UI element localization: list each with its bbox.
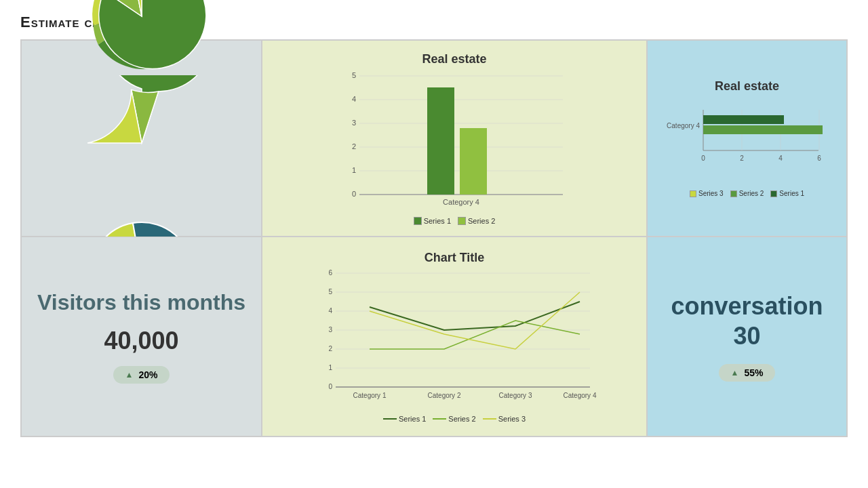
conversation-arrow-icon: ▲	[731, 368, 739, 378]
conversation-badge: ▲ 55%	[719, 364, 776, 382]
svg-text:Category 1: Category 1	[353, 392, 387, 399]
visitors-badge-value: 20%	[138, 369, 157, 380]
visitors-count: 40,000	[104, 327, 178, 355]
bar-legend-s1: Series 1	[414, 217, 451, 225]
hbar-lc-3	[690, 190, 696, 197]
hbar-lc-1	[770, 190, 777, 197]
visitors-badge: ▲ 20%	[113, 366, 170, 384]
visitors-title: Visitors this months	[37, 289, 245, 315]
line-lc-2	[433, 418, 446, 420]
line-legend-s1: Series 1	[383, 415, 426, 423]
line-series2	[370, 321, 580, 349]
real-estate-hbar-title: Real estate	[715, 79, 779, 94]
svg-text:5: 5	[328, 288, 332, 296]
conversation-badge-value: 55%	[744, 367, 763, 378]
line-lc-1	[383, 418, 397, 420]
hbar-lc-2	[730, 190, 737, 197]
hbar-ll-2: Series 2	[739, 190, 764, 197]
line-ll-2: Series 2	[448, 415, 475, 423]
bar-legend: Series 1 Series 2	[414, 217, 496, 225]
svg-text:4: 4	[328, 307, 332, 314]
bar-legend-label-2: Series 2	[468, 217, 495, 225]
hbar-legend-s3: Series 3	[690, 190, 724, 197]
sales-pie-final	[74, 75, 210, 207]
line-lc-3	[483, 418, 496, 420]
line-ll-1: Series 1	[399, 415, 426, 423]
svg-text:3: 3	[328, 326, 332, 333]
bar-chart: 5 4 3 2 1 0 Category 4	[332, 69, 576, 211]
line-chart: 6 5 4 3 2 1 0 Category 1 Category 2 Cate…	[305, 268, 604, 413]
hbar-chart: 0 2 4 6 Category 4	[663, 96, 832, 184]
conversation-title: conversation 30	[654, 291, 840, 350]
real-estate-bar-title: Real estate	[422, 52, 486, 66]
svg-text:0: 0	[701, 155, 705, 162]
bar-series2	[460, 128, 487, 195]
line-legend-s2: Series 2	[433, 415, 475, 423]
svg-text:Category 3: Category 3	[499, 392, 532, 399]
sales-pie	[74, 0, 210, 75]
y-label-4: 4	[352, 95, 356, 103]
hbar-legend: Series 3 Series 2 Series 1	[690, 190, 804, 197]
bar-legend-label-1: Series 1	[424, 217, 451, 225]
hbar-ll-3: Series 3	[698, 190, 724, 197]
visitors-cell: Visitors this months 40,000 ▲ 20%	[21, 237, 262, 436]
svg-text:2: 2	[740, 155, 744, 162]
y-label-0: 0	[352, 190, 356, 198]
bar-legend-s2: Series 2	[458, 217, 495, 225]
bar-legend-color-1	[414, 217, 422, 225]
bar-legend-color-2	[458, 217, 466, 225]
bar-series1	[427, 87, 454, 195]
line-chart-title: Chart Title	[425, 251, 485, 265]
svg-text:2: 2	[328, 345, 332, 352]
y-label-3: 3	[352, 119, 356, 127]
line-chart-cell: Chart Title 6 5 4 3 2 1 0 Category 1	[262, 237, 647, 436]
svg-text:Category 4: Category 4	[667, 122, 700, 129]
line-ll-3: Series 3	[498, 415, 526, 423]
visitors-arrow-icon: ▲	[125, 370, 134, 380]
sales-cell: Sales	[21, 40, 262, 237]
line-series1	[370, 302, 580, 330]
svg-text:0: 0	[328, 383, 332, 390]
line-legend: Series 1 Series 2 Series 3	[383, 415, 526, 423]
y-label-2: 2	[352, 142, 356, 150]
hbar-legend-s2: Series 2	[730, 190, 764, 197]
y-label-1: 1	[352, 166, 356, 174]
line-series3	[370, 292, 580, 349]
real-estate-hbar-cell: Real estate 0 2 4 6 Category 4	[647, 40, 847, 237]
hbar-series1	[703, 115, 784, 124]
svg-text:6: 6	[817, 155, 821, 162]
svg-text:Category 2: Category 2	[428, 392, 461, 399]
dashboard-grid: Sales	[20, 39, 848, 437]
conversation-cell: conversation 30 ▲ 55%	[647, 237, 847, 436]
svg-text:1: 1	[328, 364, 332, 371]
svg-text:6: 6	[328, 269, 332, 277]
real-estate-bar-cell: Real estate 5 4 3 2 1 0	[262, 40, 647, 237]
hbar-series2	[703, 125, 823, 134]
svg-text:4: 4	[778, 155, 783, 162]
y-label-5: 5	[352, 71, 356, 79]
hbar-ll-1: Series 1	[779, 190, 804, 197]
hbar-legend-s1: Series 1	[770, 190, 804, 197]
x-label-cat4: Category 4	[443, 198, 479, 206]
svg-text:Category 4: Category 4	[564, 392, 597, 399]
line-legend-s3: Series 3	[483, 415, 526, 423]
